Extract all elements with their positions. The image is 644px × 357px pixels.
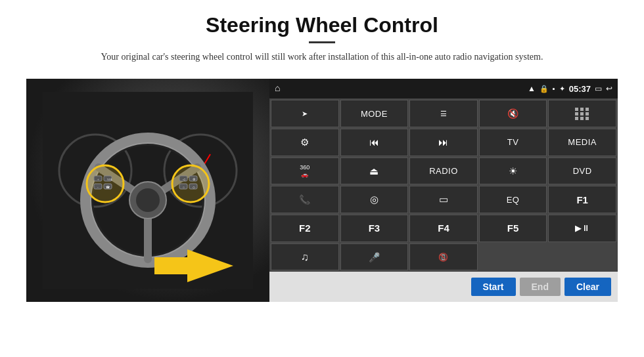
menu-icon: ☰: [440, 110, 447, 118]
svg-text:☎: ☎: [106, 186, 110, 189]
btn-brightness[interactable]: ☀: [479, 158, 547, 185]
btn-music[interactable]: ♫: [271, 243, 339, 271]
btn-media[interactable]: MEDIA: [548, 129, 616, 156]
f5-label: F5: [507, 222, 519, 234]
btn-forward[interactable]: ⏭: [409, 129, 478, 156]
radio-label: RADIO: [429, 166, 458, 176]
svg-rect-33: [154, 257, 191, 274]
dvd-label: DVD: [573, 166, 592, 176]
btn-menu[interactable]: ☰: [409, 100, 478, 127]
screen-rect-icon: ▭: [439, 194, 448, 205]
btn-dvd[interactable]: DVD: [548, 158, 616, 185]
apps-icon: [575, 108, 589, 120]
status-right: ▲ 🔒 ▪ ✦ 05:37 ▭ ↩: [528, 84, 612, 94]
nav-icon: ➤: [302, 110, 308, 118]
eq-label: EQ: [507, 195, 520, 205]
playpause-icon: ▶⏸: [575, 223, 590, 233]
rewind-icon: ⏮: [369, 136, 379, 148]
mic-icon: 🎤: [369, 252, 380, 262]
btn-screen[interactable]: ▭: [409, 186, 478, 213]
btn-playpause[interactable]: ▶⏸: [548, 215, 616, 242]
btn-mode[interactable]: MODE: [340, 100, 409, 127]
status-left: ⌂: [275, 83, 280, 94]
btn-mic[interactable]: 🎤: [340, 243, 409, 271]
time-display: 05:37: [569, 84, 591, 94]
svg-text:○: ○: [183, 186, 185, 189]
btn-radio[interactable]: RADIO: [409, 158, 478, 185]
btn-settings[interactable]: ⚙: [271, 129, 339, 156]
bottom-bar: Start End Clear: [269, 272, 618, 302]
svg-text:◇: ◇: [193, 186, 195, 189]
image-area: RPM MPH: [26, 79, 269, 302]
phone-icon: 📞: [299, 194, 310, 205]
btn-f2[interactable]: F2: [271, 215, 339, 242]
sd-icon: ▪: [553, 85, 555, 93]
wifi-icon: ▲: [528, 84, 536, 93]
btn-360[interactable]: 360🚗: [271, 158, 339, 185]
btn-apps[interactable]: [548, 100, 616, 127]
start-button[interactable]: Start: [471, 278, 516, 296]
map-icon: ◎: [370, 194, 379, 205]
content-area: RPM MPH: [26, 79, 618, 302]
f1-label: F1: [576, 194, 588, 205]
btn-f3[interactable]: F3: [340, 215, 409, 242]
f2-label: F2: [299, 222, 311, 234]
btn-nav[interactable]: ➤: [271, 100, 339, 127]
btn-hangup[interactable]: 📵: [409, 243, 478, 271]
screen-icon: ▭: [595, 84, 602, 93]
button-grid: ➤ MODE ☰ 🔇: [269, 98, 618, 272]
mute-icon: 🔇: [507, 108, 518, 119]
svg-text:VOL: VOL: [107, 178, 113, 181]
title-divider: [309, 41, 335, 43]
btn-mute[interactable]: 🔇: [479, 100, 547, 127]
home-icon[interactable]: ⌂: [275, 83, 280, 94]
btn-phone[interactable]: 📞: [271, 186, 339, 213]
forward-icon: ⏭: [438, 136, 448, 148]
status-bar: ⌂ ▲ 🔒 ▪ ✦ 05:37 ▭ ↩: [269, 79, 618, 98]
music-icon: ♫: [301, 251, 309, 263]
end-button[interactable]: End: [520, 278, 561, 296]
btn-f1[interactable]: F1: [548, 186, 616, 213]
clear-button[interactable]: Clear: [564, 278, 611, 296]
bluetooth-icon: ✦: [559, 85, 565, 93]
f3-label: F3: [369, 222, 380, 234]
btn-rewind[interactable]: ⏮: [340, 129, 409, 156]
back-icon: ↩: [606, 84, 612, 93]
tv-label: TV: [507, 137, 519, 147]
svg-point-13: [136, 188, 160, 212]
btn-eject[interactable]: ⏏: [340, 158, 409, 185]
btn-f5[interactable]: F5: [479, 215, 547, 242]
360-icon: 360🚗: [300, 164, 310, 178]
page-wrapper: Steering Wheel Control Your original car…: [0, 0, 644, 357]
btn-map[interactable]: ◎: [340, 186, 409, 213]
steering-wheel-bg: RPM MPH: [26, 79, 269, 302]
head-unit: ⌂ ▲ 🔒 ▪ ✦ 05:37 ▭ ↩ ➤ MO: [269, 79, 618, 302]
svg-text:◁: ◁: [183, 178, 185, 181]
svg-text:+: +: [97, 178, 99, 181]
lock-icon: 🔒: [540, 85, 549, 93]
subtitle: Your original car's steering wheel contr…: [101, 50, 543, 64]
steering-wheel-svg: RPM MPH: [43, 92, 253, 289]
btn-tv[interactable]: TV: [479, 129, 547, 156]
page-title: Steering Wheel Control: [101, 13, 543, 37]
f4-label: F4: [438, 222, 449, 234]
mode-label: MODE: [361, 109, 388, 119]
title-section: Steering Wheel Control Your original car…: [101, 13, 543, 74]
media-label: MEDIA: [568, 137, 597, 147]
brightness-icon: ☀: [509, 165, 517, 177]
eject-icon: ⏏: [369, 165, 379, 177]
btn-eq[interactable]: EQ: [479, 186, 547, 213]
hangup-icon: 📵: [438, 253, 448, 262]
btn-f4[interactable]: F4: [409, 215, 478, 242]
settings-icon: ⚙: [300, 136, 309, 148]
